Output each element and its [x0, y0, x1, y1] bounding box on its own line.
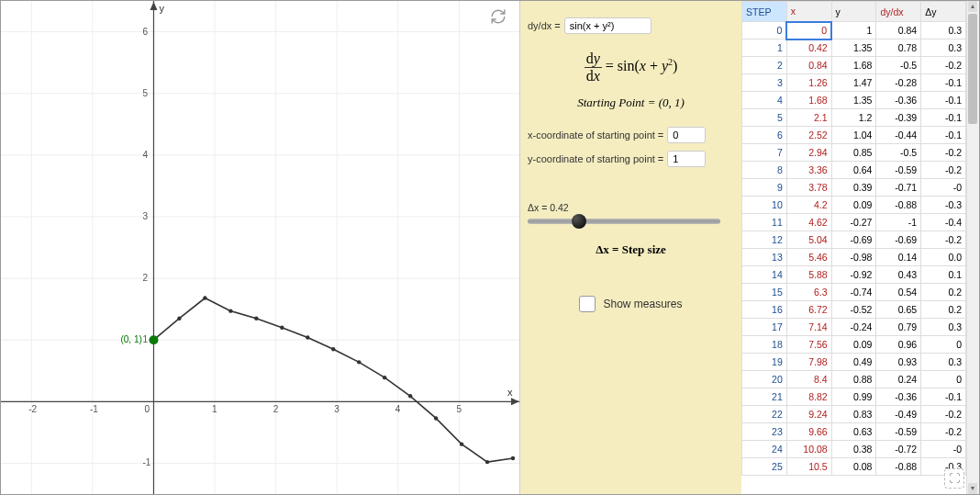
cell-y[interactable]: 1.35 — [831, 92, 876, 109]
cell-y[interactable]: 1 — [831, 22, 876, 39]
cell-dy[interactable]: 0 — [921, 371, 966, 388]
cell-step[interactable]: 25 — [742, 458, 787, 476]
cell-dy[interactable]: 0.0 — [921, 249, 966, 266]
cell-y[interactable]: 1.68 — [831, 57, 876, 74]
cell-y[interactable]: 0.39 — [831, 179, 876, 197]
scroll-up-arrow[interactable]: ▴ — [968, 1, 977, 12]
cell-dy[interactable]: -0.3 — [921, 197, 966, 214]
table-row[interactable]: 104.20.09-0.88-0.3 — [742, 197, 966, 214]
cell-x[interactable]: 3.36 — [786, 162, 831, 179]
cell-x[interactable]: 10.08 — [786, 441, 831, 458]
col-header-dydx[interactable]: dy/dx — [876, 2, 921, 22]
cell-dy[interactable]: 0.3 — [921, 354, 966, 371]
cell-step[interactable]: 3 — [742, 74, 787, 92]
cell-dy[interactable]: -0.2 — [921, 162, 966, 179]
cell-y[interactable]: 0.64 — [831, 162, 876, 179]
cell-dy[interactable]: 0.2 — [921, 284, 966, 301]
table-row[interactable]: 52.11.2-0.39-0.1 — [742, 109, 966, 127]
cell-x[interactable]: 6.72 — [786, 301, 831, 319]
cell-step[interactable]: 8 — [742, 162, 787, 179]
cell-dydx[interactable]: -0.49 — [876, 406, 921, 423]
cell-x[interactable]: 5.88 — [786, 266, 831, 284]
y-coord-input[interactable] — [667, 151, 706, 167]
cell-y[interactable]: 1.04 — [831, 127, 876, 144]
cell-x[interactable]: 1.68 — [786, 92, 831, 109]
cell-dy[interactable]: -0.2 — [921, 423, 966, 441]
cell-dydx[interactable]: -0.88 — [876, 197, 921, 214]
cell-step[interactable]: 9 — [742, 179, 787, 197]
cell-step[interactable]: 16 — [742, 301, 787, 319]
cell-x[interactable]: 7.14 — [786, 319, 831, 336]
cell-x[interactable]: 10.5 — [786, 458, 831, 476]
cell-dy[interactable]: -0.2 — [921, 144, 966, 162]
cell-step[interactable]: 5 — [742, 109, 787, 127]
table-row[interactable]: 229.240.83-0.49-0.2 — [742, 406, 966, 423]
cell-y[interactable]: 1.35 — [831, 39, 876, 57]
table-row[interactable]: 41.681.35-0.36-0.1 — [742, 92, 966, 109]
x-coord-input[interactable] — [667, 127, 706, 143]
table-row[interactable]: 177.14-0.240.790.3 — [742, 319, 966, 336]
cell-dydx[interactable]: 0.84 — [876, 22, 921, 39]
cell-dydx[interactable]: 0.79 — [876, 319, 921, 336]
cell-step[interactable]: 21 — [742, 388, 787, 406]
cell-y[interactable]: 0.38 — [831, 441, 876, 458]
cell-dydx[interactable]: 0.14 — [876, 249, 921, 266]
table-row[interactable]: 218.820.99-0.36-0.1 — [742, 388, 966, 406]
table-row[interactable]: 187.560.090.960 — [742, 336, 966, 354]
data-table[interactable]: STEP x y dy/dx Δy 0010.840.310.421.350.7… — [741, 1, 966, 476]
cell-x[interactable]: 0.84 — [786, 57, 831, 74]
cell-x[interactable]: 9.66 — [786, 423, 831, 441]
cell-step[interactable]: 10 — [742, 197, 787, 214]
cell-dy[interactable]: -0.1 — [921, 388, 966, 406]
table-row[interactable]: 114.62-0.27-1-0.4 — [742, 214, 966, 231]
cell-x[interactable]: 5.04 — [786, 231, 831, 249]
table-row[interactable]: 145.88-0.920.430.1 — [742, 266, 966, 284]
cell-step[interactable]: 6 — [742, 127, 787, 144]
cell-dydx[interactable]: 0.93 — [876, 354, 921, 371]
cell-step[interactable]: 18 — [742, 336, 787, 354]
cell-dy[interactable]: -0 — [921, 179, 966, 197]
slider-thumb[interactable] — [572, 214, 586, 229]
cell-step[interactable]: 22 — [742, 406, 787, 423]
show-measures-checkbox[interactable] — [579, 296, 596, 312]
cell-x[interactable]: 7.56 — [786, 336, 831, 354]
cell-y[interactable]: 0.49 — [831, 354, 876, 371]
col-header-y[interactable]: y — [831, 2, 876, 22]
cell-y[interactable]: 0.85 — [831, 144, 876, 162]
cell-x[interactable]: 0 — [786, 22, 831, 39]
cell-y[interactable]: 1.47 — [831, 74, 876, 92]
graph-panel[interactable]: -2-112345-11234560xy(0, 1) — [1, 1, 520, 494]
cell-dydx[interactable]: -0.44 — [876, 127, 921, 144]
table-row[interactable]: 20.841.68-0.5-0.2 — [742, 57, 966, 74]
table-row[interactable]: 156.3-0.740.540.2 — [742, 284, 966, 301]
coordinate-plane[interactable]: -2-112345-11234560xy(0, 1) — [1, 1, 519, 494]
cell-dydx[interactable]: -0.88 — [876, 458, 921, 476]
cell-step[interactable]: 15 — [742, 284, 787, 301]
table-row[interactable]: 166.72-0.520.650.2 — [742, 301, 966, 319]
table-row[interactable]: 135.46-0.980.140.0 — [742, 249, 966, 266]
cell-dy[interactable]: -0.2 — [921, 57, 966, 74]
table-row[interactable]: 125.04-0.69-0.69-0.2 — [742, 231, 966, 249]
scroll-down-arrow[interactable]: ▾ — [968, 483, 977, 494]
cell-step[interactable]: 7 — [742, 144, 787, 162]
cell-y[interactable]: -0.52 — [831, 301, 876, 319]
cell-dy[interactable]: 0 — [921, 336, 966, 354]
cell-x[interactable]: 3.78 — [786, 179, 831, 197]
cell-x[interactable]: 8.4 — [786, 371, 831, 388]
cell-y[interactable]: -0.24 — [831, 319, 876, 336]
cell-dy[interactable]: -0.1 — [921, 92, 966, 109]
cell-step[interactable]: 19 — [742, 354, 787, 371]
cell-dydx[interactable]: -0.39 — [876, 109, 921, 127]
cell-step[interactable]: 0 — [742, 22, 787, 39]
cell-step[interactable]: 1 — [742, 39, 787, 57]
cell-x[interactable]: 4.62 — [786, 214, 831, 231]
table-row[interactable]: 10.421.350.780.3 — [742, 39, 966, 57]
cell-dydx[interactable]: -0.69 — [876, 231, 921, 249]
cell-dy[interactable]: -0.4 — [921, 214, 966, 231]
cell-step[interactable]: 17 — [742, 319, 787, 336]
table-scrollbar[interactable]: ▴ ▾ — [966, 1, 979, 494]
scrollbar-thumb[interactable] — [968, 14, 977, 124]
cell-dydx[interactable]: 0.24 — [876, 371, 921, 388]
table-row[interactable]: 197.980.490.930.3 — [742, 354, 966, 371]
cell-x[interactable]: 0.42 — [786, 39, 831, 57]
